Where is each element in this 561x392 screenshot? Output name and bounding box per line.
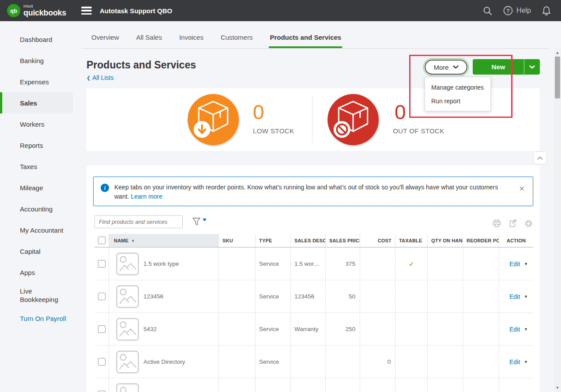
sidebar-item-mileage[interactable]: Mileage	[0, 177, 73, 198]
settings-gear-icon[interactable]	[524, 219, 533, 228]
edit-dropdown-caret-icon[interactable]: ▼	[524, 360, 528, 364]
column-header-sku[interactable]: SKU	[218, 234, 255, 247]
row-checkbox[interactable]	[98, 293, 105, 300]
info-icon: i	[101, 184, 109, 192]
sidebar-item-live-bookkeeping[interactable]: Live Bookkeeping	[0, 283, 73, 308]
help-label: Help	[516, 7, 531, 15]
column-header-sales-price[interactable]: SALES PRICE	[325, 234, 360, 247]
more-button[interactable]: More	[425, 60, 467, 75]
column-header-sales-description[interactable]: SALES DESCRIPTION	[290, 234, 325, 247]
sales-tabs: OverviewAll SalesInvoicesCustomersProduc…	[82, 21, 549, 49]
sku-cell	[218, 313, 255, 345]
sales-price-cell: 375	[325, 248, 360, 280]
reorder-point-cell	[463, 248, 499, 280]
table-row: 5432 Service Warranty 250 Edit ▼	[94, 313, 533, 346]
product-name[interactable]: Active Directory	[143, 358, 185, 365]
all-lists-back-link[interactable]: ❮ All Lists	[87, 74, 113, 81]
product-image-placeholder-icon	[116, 318, 139, 341]
cost-cell	[360, 248, 395, 280]
edit-link[interactable]: Edit	[509, 260, 520, 268]
print-icon[interactable]	[493, 219, 501, 228]
product-name[interactable]: 123456	[143, 293, 163, 300]
page-scrollbar[interactable]: ▲ ▼	[554, 49, 561, 392]
sidebar-item-sales[interactable]: Sales	[0, 92, 73, 113]
sidebar-item-taxes[interactable]: Taxes	[0, 156, 73, 177]
sidebar-item-dashboard[interactable]: Dashboard	[0, 29, 73, 50]
tab-all-sales[interactable]: All Sales	[136, 34, 163, 48]
qty-on-hand-cell	[427, 313, 463, 345]
export-icon[interactable]	[508, 219, 517, 228]
sidebar-item-banking[interactable]: Banking	[0, 50, 73, 71]
scroll-up-arrow-icon[interactable]: ▲	[554, 51, 561, 55]
select-all-cell	[94, 234, 109, 247]
scrollbar-thumb[interactable]	[555, 57, 560, 98]
column-header-type[interactable]: TYPE	[255, 234, 290, 247]
edit-dropdown-caret-icon[interactable]: ▼	[524, 294, 528, 299]
menu-item-run-report[interactable]: Run report	[425, 94, 490, 108]
action-cell: Edit ▼	[499, 280, 533, 313]
chevron-down-icon	[453, 65, 459, 69]
product-image-placeholder-icon	[116, 285, 139, 308]
row-checkbox[interactable]	[98, 358, 105, 366]
taxable-cell	[395, 346, 427, 378]
sidebar-item-apps[interactable]: Apps	[0, 262, 73, 283]
close-icon[interactable]: ✕	[519, 185, 525, 193]
column-header-qty-on-hand[interactable]: QTY ON HAND	[427, 234, 463, 247]
product-name[interactable]: 1.5 work type	[143, 260, 179, 267]
column-header-reorder-point[interactable]: REORDER POINT	[463, 234, 499, 247]
learn-more-link[interactable]: Learn more	[131, 193, 162, 200]
product-name[interactable]: 5432	[143, 326, 157, 332]
edit-link[interactable]: Edit	[509, 326, 520, 333]
column-header-name[interactable]: NAME▲	[109, 234, 218, 247]
taxable-cell	[395, 378, 427, 392]
column-header-action[interactable]: ACTION	[499, 234, 533, 247]
edit-dropdown-caret-icon[interactable]: ▼	[524, 327, 528, 332]
collapse-panel-button[interactable]	[533, 151, 547, 164]
row-checkbox[interactable]	[98, 325, 105, 333]
out-of-stock-label: OUT OF STOCK	[393, 127, 444, 135]
low-stock-icon[interactable]	[188, 94, 239, 145]
qty-on-hand-cell	[427, 378, 463, 392]
sidebar-item-workers[interactable]: Workers	[0, 113, 73, 135]
sales-description-cell	[290, 346, 325, 378]
select-all-checkbox[interactable]	[98, 237, 105, 244]
sidebar-item-reports[interactable]: Reports	[0, 135, 73, 156]
type-cell: Service	[255, 346, 290, 378]
products-table-panel: i Keep tabs on your inventory with reord…	[87, 166, 540, 392]
page-title: Products and Services	[87, 59, 196, 71]
sidebar-item-expenses[interactable]: Expenses	[0, 71, 73, 92]
quickbooks-logo[interactable]: qb intuit quickbooks	[7, 4, 66, 17]
filter-button[interactable]	[191, 216, 207, 227]
sidebar-item-capital[interactable]: Capital	[0, 241, 73, 262]
new-button[interactable]: New	[473, 59, 524, 75]
sales-price-cell: 50	[325, 280, 360, 313]
tab-products-and-services[interactable]: Products and Services	[269, 34, 342, 48]
edit-link[interactable]: Edit	[509, 293, 520, 300]
sidebar-item-turn-on-payroll[interactable]: Turn On Payroll	[0, 308, 73, 329]
help-menu[interactable]: ? Help	[503, 6, 531, 15]
app-window: qb intuit quickbooks Autotask Support QB…	[0, 0, 561, 392]
new-button-dropdown[interactable]	[524, 59, 540, 75]
sidebar-item-accounting[interactable]: Accounting	[0, 198, 73, 219]
out-of-stock-icon[interactable]	[328, 94, 379, 145]
sidebar-item-my-accountant[interactable]: My Accountant	[0, 219, 73, 241]
taxable-cell	[395, 280, 427, 313]
search-input[interactable]	[94, 215, 183, 228]
row-checkbox[interactable]	[98, 260, 105, 268]
search-icon[interactable]	[482, 6, 493, 16]
chevron-up-icon	[537, 156, 543, 160]
tab-overview[interactable]: Overview	[90, 34, 120, 48]
edit-link[interactable]: Edit	[509, 358, 520, 366]
menu-item-manage-categories[interactable]: Manage categories	[425, 80, 490, 94]
reorder-point-cell	[463, 280, 499, 313]
column-header-cost[interactable]: COST	[360, 234, 395, 247]
scroll-down-arrow-icon[interactable]: ▼	[554, 386, 561, 390]
main-content: OverviewAll SalesInvoicesCustomersProduc…	[82, 21, 561, 392]
tab-customers[interactable]: Customers	[220, 34, 254, 48]
column-header-taxable[interactable]: TAXABLE	[395, 234, 427, 247]
hamburger-menu-icon[interactable]	[81, 7, 92, 15]
divider	[312, 96, 313, 143]
edit-dropdown-caret-icon[interactable]: ▼	[524, 262, 528, 266]
notifications-bell-icon[interactable]	[542, 6, 551, 16]
tab-invoices[interactable]: Invoices	[178, 34, 204, 48]
